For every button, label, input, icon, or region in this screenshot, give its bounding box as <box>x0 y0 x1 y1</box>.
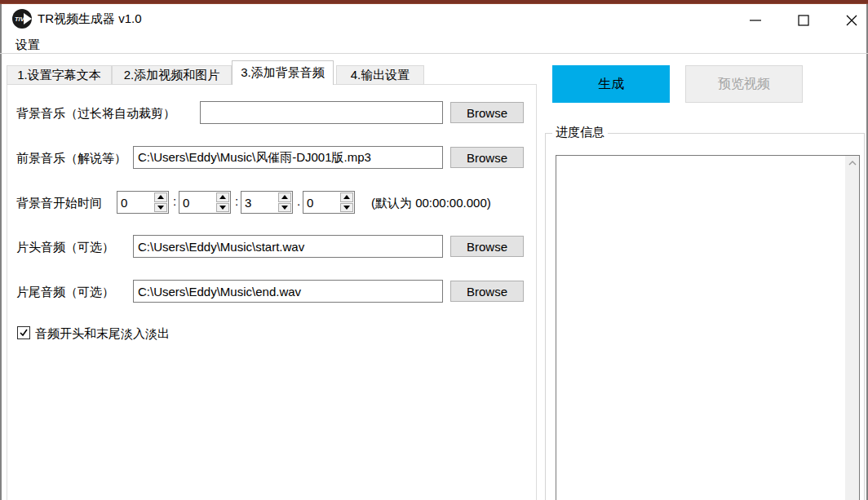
start-time-hours-input[interactable] <box>117 192 154 213</box>
spinner-down-icon <box>157 206 164 210</box>
foreground-music-label: 前景音乐（解说等） <box>16 151 126 166</box>
minimize-button[interactable] <box>731 5 780 36</box>
titlebar: TIV TR视频生成器 v1.0 <box>2 5 866 36</box>
progress-log-text <box>559 157 843 500</box>
maximize-icon <box>796 13 811 28</box>
spinner-down-icon <box>281 206 288 210</box>
spinner-down-icon <box>343 206 350 210</box>
spinner-down-button[interactable] <box>278 203 291 213</box>
intro-audio-input[interactable] <box>133 235 443 258</box>
spinner-down-icon <box>219 206 226 210</box>
start-time-seconds-stepper[interactable] <box>241 191 293 214</box>
start-time-label: 背景音开始时间 <box>16 196 102 211</box>
screen-top-strip <box>0 0 868 4</box>
time-separator: : <box>173 194 176 208</box>
spinner-up-icon <box>157 195 164 199</box>
app-icon: TIV <box>11 8 33 30</box>
scrollbar-track[interactable] <box>845 156 859 500</box>
spinner-up-button[interactable] <box>216 192 229 202</box>
start-time-minutes-stepper[interactable] <box>179 191 231 214</box>
intro-audio-browse-button[interactable]: Browse <box>450 236 524 257</box>
time-separator: : <box>235 194 238 208</box>
outro-audio-browse-button[interactable]: Browse <box>450 281 524 302</box>
window-border-left <box>0 4 2 500</box>
time-separator: . <box>297 194 300 208</box>
check-icon <box>19 328 29 338</box>
outro-audio-input[interactable] <box>133 280 443 303</box>
intro-audio-label: 片头音频（可选） <box>16 240 114 255</box>
window-title: TR视频生成器 v1.0 <box>38 11 142 27</box>
background-music-browse-button[interactable]: Browse <box>450 102 524 123</box>
start-time-hours-stepper[interactable] <box>117 191 169 214</box>
spinner-down-button[interactable] <box>340 203 353 213</box>
minimize-icon <box>748 13 763 28</box>
tab-subtitle-text[interactable]: 1.设置字幕文本 <box>7 65 112 85</box>
spinner-up-button[interactable] <box>154 192 167 202</box>
close-button[interactable] <box>827 5 868 36</box>
spinner-down-button[interactable] <box>216 203 229 213</box>
tab-add-background-audio[interactable]: 3.添加背景音频 <box>232 60 334 85</box>
svg-text:TIV: TIV <box>15 15 25 23</box>
spinner-up-icon <box>219 195 226 199</box>
start-time-default-hint: (默认为 00:00:00.000) <box>371 196 491 211</box>
chevron-up-icon <box>848 161 857 166</box>
start-time-minutes-input[interactable] <box>179 192 216 213</box>
tab-output-settings[interactable]: 4.输出设置 <box>336 65 424 85</box>
progress-group-label: 进度信息 <box>552 125 608 140</box>
menu-item-settings[interactable]: 设置 <box>11 37 44 54</box>
background-music-input[interactable] <box>200 101 443 124</box>
maximize-button[interactable] <box>779 5 828 36</box>
spinner-down-button[interactable] <box>154 203 167 213</box>
start-time-millis-stepper[interactable] <box>303 191 355 214</box>
outro-audio-label: 片尾音频（可选） <box>16 285 114 300</box>
menubar: 设置 <box>2 36 866 53</box>
spinner-up-button[interactable] <box>340 192 353 202</box>
spinner-up-icon <box>281 195 288 199</box>
start-time-seconds-input[interactable] <box>241 192 278 213</box>
preview-video-button: 预览视频 <box>685 65 803 103</box>
progress-log-box[interactable] <box>556 155 860 500</box>
menu-separator <box>0 53 868 54</box>
spinner-up-button[interactable] <box>278 192 291 202</box>
background-music-label: 背景音乐（过长将自动裁剪） <box>16 106 175 122</box>
spinner-up-icon <box>343 195 350 199</box>
fade-checkbox-label: 音频开头和末尾淡入淡出 <box>35 326 170 342</box>
close-icon <box>844 13 859 28</box>
foreground-music-browse-button[interactable]: Browse <box>450 147 524 168</box>
scrollbar-up-button[interactable] <box>845 156 859 170</box>
start-time-millis-input[interactable] <box>303 192 340 213</box>
tab-add-video-images[interactable]: 2.添加视频和图片 <box>112 65 232 85</box>
foreground-music-input[interactable] <box>133 146 443 169</box>
generate-button[interactable]: 生成 <box>552 65 670 103</box>
fade-checkbox[interactable] <box>17 326 30 339</box>
